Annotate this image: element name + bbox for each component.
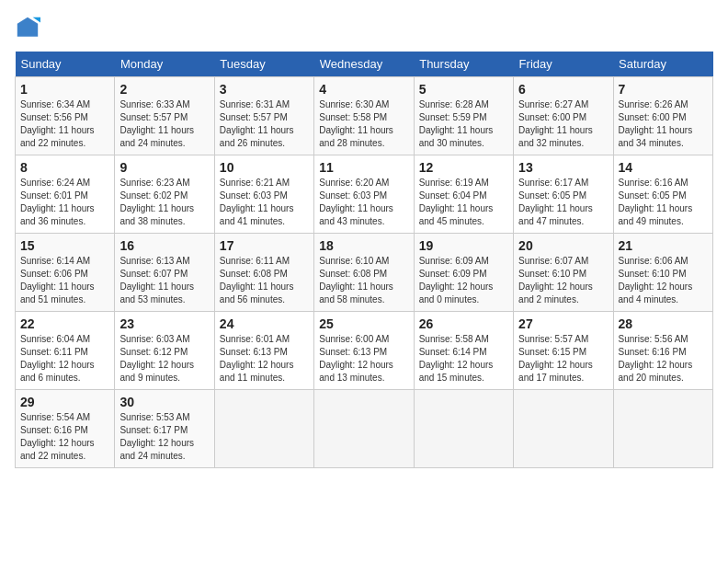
day-number: 25 xyxy=(319,316,408,331)
calendar-cell: 15Sunrise: 6:14 AMSunset: 6:06 PMDayligh… xyxy=(16,234,115,312)
sunrise-text: Sunrise: 6:16 AM xyxy=(619,178,688,188)
daylight-text: Daylight: 12 hours and 4 minutes. xyxy=(619,282,693,304)
calendar-table: SundayMondayTuesdayWednesdayThursdayFrid… xyxy=(15,52,713,468)
sunset-text: Sunset: 6:17 PM xyxy=(119,425,188,435)
col-header-saturday: Saturday xyxy=(613,52,712,77)
week-row-3: 15Sunrise: 6:14 AMSunset: 6:06 PMDayligh… xyxy=(16,234,713,312)
calendar-cell xyxy=(314,390,414,468)
sunrise-text: Sunrise: 6:26 AM xyxy=(619,99,688,109)
day-number: 28 xyxy=(619,316,708,331)
daylight-text: Daylight: 11 hours and 22 minutes. xyxy=(20,125,95,148)
logo-icon xyxy=(15,15,40,40)
sunset-text: Sunset: 5:57 PM xyxy=(220,112,288,122)
col-header-wednesday: Wednesday xyxy=(314,52,414,77)
sunrise-text: Sunrise: 6:10 AM xyxy=(319,256,389,266)
day-number: 13 xyxy=(518,160,608,175)
daylight-text: Daylight: 11 hours and 32 minutes. xyxy=(518,125,593,148)
day-info: Sunrise: 6:27 AMSunset: 6:00 PMDaylight:… xyxy=(518,98,608,150)
day-info: Sunrise: 6:06 AMSunset: 6:10 PMDaylight:… xyxy=(619,255,708,306)
day-info: Sunrise: 6:31 AMSunset: 5:57 PMDaylight:… xyxy=(220,98,309,150)
daylight-text: Daylight: 11 hours and 41 minutes. xyxy=(220,203,294,226)
sunset-text: Sunset: 6:02 PM xyxy=(119,190,188,201)
sunrise-text: Sunrise: 6:34 AM xyxy=(20,99,90,109)
sunset-text: Sunset: 5:59 PM xyxy=(419,112,487,122)
day-number: 4 xyxy=(319,82,408,97)
sunset-text: Sunset: 6:04 PM xyxy=(419,190,487,201)
calendar-cell: 2Sunrise: 6:33 AMSunset: 5:57 PMDaylight… xyxy=(115,77,214,155)
sunset-text: Sunset: 6:06 PM xyxy=(20,269,88,279)
daylight-text: Daylight: 11 hours and 24 minutes. xyxy=(119,125,194,148)
sunset-text: Sunset: 5:56 PM xyxy=(20,112,88,122)
calendar-cell: 12Sunrise: 6:19 AMSunset: 6:04 PMDayligh… xyxy=(414,155,513,234)
calendar-cell: 1Sunrise: 6:34 AMSunset: 5:56 PMDaylight… xyxy=(16,77,115,155)
day-number: 29 xyxy=(20,395,109,409)
week-row-1: 1Sunrise: 6:34 AMSunset: 5:56 PMDaylight… xyxy=(16,77,713,155)
day-info: Sunrise: 6:16 AMSunset: 6:05 PMDaylight:… xyxy=(619,177,708,228)
sunrise-text: Sunrise: 6:23 AM xyxy=(119,178,189,188)
sunset-text: Sunset: 6:08 PM xyxy=(319,269,387,279)
sunset-text: Sunset: 5:58 PM xyxy=(319,112,387,122)
sunrise-text: Sunrise: 5:53 AM xyxy=(119,412,189,422)
day-info: Sunrise: 6:26 AMSunset: 6:00 PMDaylight:… xyxy=(619,98,708,150)
day-number: 14 xyxy=(619,160,708,175)
calendar-cell xyxy=(514,390,613,468)
day-info: Sunrise: 6:11 AMSunset: 6:08 PMDaylight:… xyxy=(220,255,309,306)
sunset-text: Sunset: 6:12 PM xyxy=(119,347,188,357)
calendar-cell xyxy=(214,390,313,468)
daylight-text: Daylight: 11 hours and 30 minutes. xyxy=(419,125,494,148)
day-number: 21 xyxy=(619,238,708,253)
day-info: Sunrise: 6:21 AMSunset: 6:03 PMDaylight:… xyxy=(220,177,309,228)
calendar-cell: 29Sunrise: 5:54 AMSunset: 6:16 PMDayligh… xyxy=(16,390,115,468)
day-number: 27 xyxy=(518,316,608,331)
day-info: Sunrise: 6:07 AMSunset: 6:10 PMDaylight:… xyxy=(518,255,608,306)
day-info: Sunrise: 6:20 AMSunset: 6:03 PMDaylight:… xyxy=(319,177,408,228)
day-number: 3 xyxy=(220,82,309,97)
calendar-cell: 16Sunrise: 6:13 AMSunset: 6:07 PMDayligh… xyxy=(115,234,214,312)
day-info: Sunrise: 5:53 AMSunset: 6:17 PMDaylight:… xyxy=(119,411,209,463)
calendar-cell: 9Sunrise: 6:23 AMSunset: 6:02 PMDaylight… xyxy=(115,155,214,234)
sunset-text: Sunset: 6:15 PM xyxy=(518,347,586,357)
day-info: Sunrise: 5:58 AMSunset: 6:14 PMDaylight:… xyxy=(419,333,508,385)
day-info: Sunrise: 6:19 AMSunset: 6:04 PMDaylight:… xyxy=(419,177,508,228)
day-number: 18 xyxy=(319,238,408,253)
daylight-text: Daylight: 11 hours and 26 minutes. xyxy=(220,125,294,148)
col-header-friday: Friday xyxy=(514,52,613,77)
day-info: Sunrise: 6:01 AMSunset: 6:13 PMDaylight:… xyxy=(220,333,309,385)
sunset-text: Sunset: 5:57 PM xyxy=(119,112,188,122)
sunset-text: Sunset: 6:00 PM xyxy=(518,112,586,122)
calendar-cell: 28Sunrise: 5:56 AMSunset: 6:16 PMDayligh… xyxy=(613,312,712,390)
day-number: 23 xyxy=(119,316,209,331)
sunset-text: Sunset: 6:16 PM xyxy=(619,347,687,357)
daylight-text: Daylight: 11 hours and 47 minutes. xyxy=(518,203,593,226)
col-header-monday: Monday xyxy=(115,52,214,77)
calendar-cell: 14Sunrise: 6:16 AMSunset: 6:05 PMDayligh… xyxy=(613,155,712,234)
calendar-cell: 5Sunrise: 6:28 AMSunset: 5:59 PMDaylight… xyxy=(414,77,513,155)
daylight-text: Daylight: 11 hours and 43 minutes. xyxy=(319,203,393,226)
day-info: Sunrise: 6:00 AMSunset: 6:13 PMDaylight:… xyxy=(319,333,408,385)
day-number: 30 xyxy=(119,395,209,409)
sunset-text: Sunset: 6:11 PM xyxy=(20,347,88,357)
sunrise-text: Sunrise: 5:54 AM xyxy=(20,412,90,422)
calendar-cell: 11Sunrise: 6:20 AMSunset: 6:03 PMDayligh… xyxy=(314,155,414,234)
sunrise-text: Sunrise: 6:01 AM xyxy=(220,334,290,344)
sunrise-text: Sunrise: 6:11 AM xyxy=(220,256,290,266)
calendar-cell: 21Sunrise: 6:06 AMSunset: 6:10 PMDayligh… xyxy=(613,234,712,312)
sunset-text: Sunset: 6:16 PM xyxy=(20,425,88,435)
day-info: Sunrise: 6:03 AMSunset: 6:12 PMDaylight:… xyxy=(119,333,209,385)
day-number: 9 xyxy=(119,160,209,175)
day-number: 7 xyxy=(619,82,708,97)
calendar-cell: 25Sunrise: 6:00 AMSunset: 6:13 PMDayligh… xyxy=(314,312,414,390)
day-info: Sunrise: 6:09 AMSunset: 6:09 PMDaylight:… xyxy=(419,255,508,306)
sunset-text: Sunset: 6:00 PM xyxy=(619,112,687,122)
daylight-text: Daylight: 12 hours and 0 minutes. xyxy=(419,282,494,304)
calendar-cell: 23Sunrise: 6:03 AMSunset: 6:12 PMDayligh… xyxy=(115,312,214,390)
sunrise-text: Sunrise: 6:27 AM xyxy=(518,99,588,109)
daylight-text: Daylight: 11 hours and 38 minutes. xyxy=(119,203,194,226)
calendar-cell: 24Sunrise: 6:01 AMSunset: 6:13 PMDayligh… xyxy=(214,312,313,390)
sunrise-text: Sunrise: 6:09 AM xyxy=(419,256,489,266)
day-number: 17 xyxy=(220,238,309,253)
calendar-cell: 6Sunrise: 6:27 AMSunset: 6:00 PMDaylight… xyxy=(514,77,613,155)
sunrise-text: Sunrise: 5:57 AM xyxy=(518,334,588,344)
sunrise-text: Sunrise: 6:17 AM xyxy=(518,178,588,188)
page-header xyxy=(15,15,713,40)
